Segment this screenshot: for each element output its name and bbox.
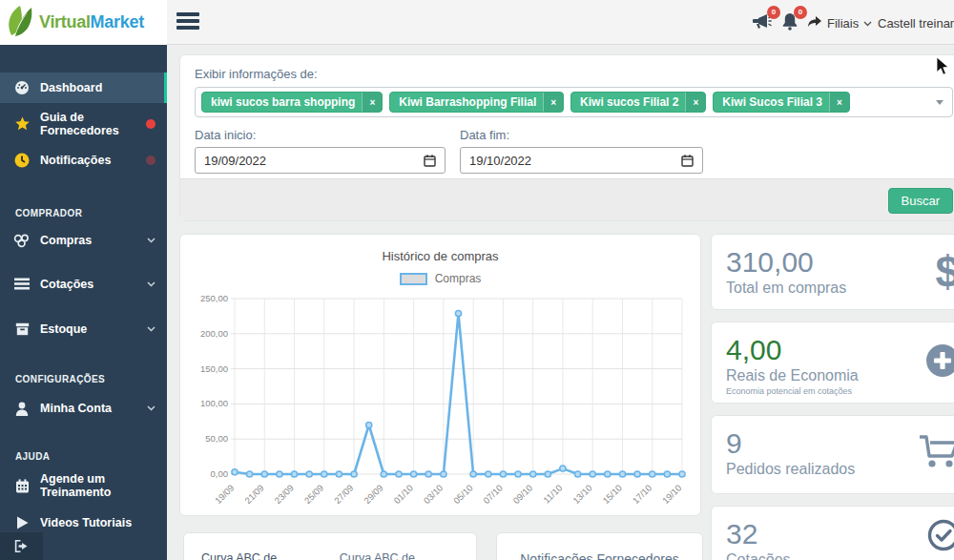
stat-card-pedidos: 9 Pedidos realizados <box>711 415 954 494</box>
list-icon <box>12 278 31 291</box>
svg-text:13/10: 13/10 <box>570 483 594 507</box>
filter-panel: Exibir informações de: kiwi sucos barra … <box>179 54 954 221</box>
chevron-down-icon <box>147 238 156 243</box>
data-inicio-input[interactable]: 19/09/2022 <box>195 147 446 174</box>
svg-text:100,00: 100,00 <box>200 398 228 408</box>
sidebar-item-notificacoes[interactable]: Notificações <box>0 145 167 176</box>
data-fim-input[interactable]: 19/10/2022 <box>460 147 703 174</box>
mouse-cursor <box>936 57 949 76</box>
stat-card-cotacoes: 32 Cotações <box>711 506 954 560</box>
buscar-button[interactable]: Buscar <box>888 188 953 214</box>
select-caret-icon <box>936 100 944 105</box>
bell-badge: 0 <box>794 6 807 19</box>
filial-chip[interactable]: Kiwi Sucos Filial 3× <box>713 92 850 113</box>
stat-value: 4,00 <box>726 334 953 366</box>
check-circle-icon <box>927 519 954 555</box>
notification-dot <box>146 156 156 165</box>
calendar-picker-icon[interactable] <box>681 155 694 167</box>
svg-text:17/10: 17/10 <box>631 483 654 507</box>
svg-text:25/09: 25/09 <box>302 483 326 507</box>
chart-title: Histórico de compras <box>180 249 700 263</box>
logout-icon <box>14 540 29 552</box>
tab-curva-abc-produtos[interactable]: Curva ABC de produtos <box>201 551 317 560</box>
stat-card-reais-economia: 4,00 Reais de Economia Economia potencia… <box>711 321 954 404</box>
clock-badge-icon <box>12 153 31 168</box>
forward-arrow-icon <box>807 15 822 31</box>
svg-text:11/10: 11/10 <box>541 483 564 506</box>
box-icon <box>12 322 31 336</box>
filter-footer: Buscar <box>180 178 954 220</box>
hamburger-menu-icon[interactable] <box>176 12 199 31</box>
chip-remove-button[interactable]: × <box>362 92 382 113</box>
legend-swatch <box>400 273 427 285</box>
sidebar-nav: Dashboard Guia de Fornecedores Notificaç… <box>0 45 167 560</box>
chevron-down-icon <box>147 281 156 287</box>
chevron-down-icon <box>147 405 156 411</box>
svg-text:29/09: 29/09 <box>362 483 385 507</box>
data-inicio-label: Data inicio: <box>195 128 446 142</box>
megaphone-icon[interactable]: 0 <box>751 12 772 35</box>
stat-label: Reais de Economia <box>726 367 953 384</box>
chip-remove-button[interactable]: × <box>829 92 849 113</box>
svg-text:07/10: 07/10 <box>481 483 505 507</box>
sidebar-item-dashboard[interactable]: Dashboard <box>0 73 167 103</box>
svg-text:19/10: 19/10 <box>660 483 684 507</box>
compras-line-chart: 19/0921/0923/0925/0927/0929/0901/1003/10… <box>195 289 688 508</box>
svg-text:15/10: 15/10 <box>600 483 624 507</box>
star-icon <box>12 116 31 132</box>
leaf-logo-icon <box>5 3 39 43</box>
current-user-label[interactable]: Castell treinament <box>878 16 954 31</box>
svg-text:23/09: 23/09 <box>272 483 296 507</box>
chip-remove-button[interactable]: × <box>685 92 705 113</box>
svg-text:27/09: 27/09 <box>332 483 356 507</box>
notificacoes-fornecedores-card: Notificações Fornecedores <box>496 532 703 560</box>
cart-icon <box>918 435 954 475</box>
sidebar-item-cotacoes[interactable]: Cotações <box>0 269 167 300</box>
calendar-picker-icon[interactable] <box>424 155 436 167</box>
sidebar-item-agende-treinamento[interactable]: Agende um Treinamento <box>0 470 167 501</box>
dashboard-icon <box>12 80 31 95</box>
svg-text:09/10: 09/10 <box>510 483 534 507</box>
svg-text:200,00: 200,00 <box>200 328 228 339</box>
chevron-down-icon <box>863 21 872 27</box>
filial-multiselect[interactable]: kiwi sucos barra shopping× Kiwi Barrasho… <box>195 87 953 117</box>
exibir-label: Exibir informações de: <box>195 67 953 81</box>
stat-label: Cotações <box>726 551 953 560</box>
notificacoes-fornecedores-title: Notificações Fornecedores <box>497 551 702 560</box>
curva-abc-card: Curva ABC de produtos Curva ABC de forne… <box>183 532 477 560</box>
brand-logo[interactable]: VirtualMarket <box>0 0 167 45</box>
logout-button[interactable] <box>0 532 43 560</box>
svg-text:21/09: 21/09 <box>242 483 266 507</box>
stat-label: Total em compras <box>726 280 953 297</box>
stat-sublabel: Economia potencial em cotações <box>726 386 953 396</box>
plus-circle-icon <box>925 343 954 382</box>
top-header: VirtualMarket 0 0 Filiais Castell treina… <box>0 0 954 45</box>
sidebar-item-guia-fornecedores[interactable]: Guia de Fornecedores <box>0 109 167 139</box>
section-configuracoes: CONFIGURAÇÕES <box>0 374 167 385</box>
svg-text:01/10: 01/10 <box>391 483 415 507</box>
chip-remove-button[interactable]: × <box>543 92 563 113</box>
brand-text: VirtualMarket <box>39 12 144 32</box>
historico-compras-card: Histórico de compras Compras 19/0921/092… <box>179 234 701 516</box>
section-ajuda: AJUDA <box>0 451 167 463</box>
sidebar-item-compras[interactable]: Compras <box>0 225 167 256</box>
data-fim-label: Data fim: <box>460 128 703 142</box>
filial-chip[interactable]: kiwi sucos barra shopping× <box>201 92 383 113</box>
svg-text:50,00: 50,00 <box>205 433 228 444</box>
filial-chip[interactable]: Kiwi Barrashopping Filial× <box>389 92 564 113</box>
cubes-icon <box>12 234 31 248</box>
calendar-icon <box>12 479 31 493</box>
legend-label: Compras <box>435 272 482 285</box>
stat-value: 310,00 <box>726 246 953 279</box>
user-icon <box>12 402 31 416</box>
chart-legend[interactable]: Compras <box>180 272 700 285</box>
svg-text:0,00: 0,00 <box>211 468 229 479</box>
filial-chip[interactable]: Kiwi sucos Filial 2× <box>570 92 706 113</box>
svg-text:250,00: 250,00 <box>200 293 228 303</box>
stat-value: 32 <box>726 518 953 550</box>
bell-icon[interactable]: 0 <box>781 12 798 35</box>
filiais-dropdown[interactable]: Filiais <box>807 15 872 31</box>
sidebar-item-minha-conta[interactable]: Minha Conta <box>0 393 167 424</box>
tab-curva-abc-fornecedores[interactable]: Curva ABC de fornecedores <box>340 551 476 560</box>
sidebar-item-estoque[interactable]: Estoque <box>0 314 167 344</box>
